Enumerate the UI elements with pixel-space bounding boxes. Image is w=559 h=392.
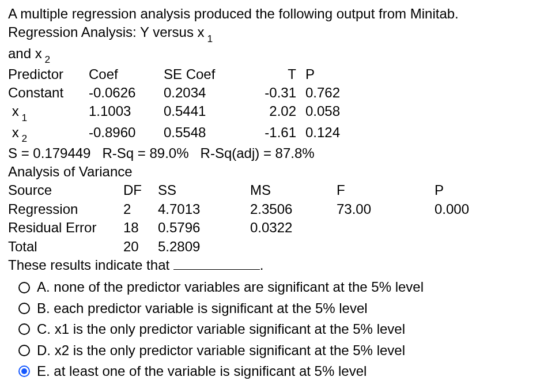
radio-icon[interactable] xyxy=(18,303,30,314)
cell: -0.8960 xyxy=(89,123,164,144)
sub-2: 2 xyxy=(45,54,51,65)
radio-icon[interactable] xyxy=(18,365,30,377)
model-stats: S = 0.179449 R-Sq = 89.0% R-Sq(adj) = 87… xyxy=(8,144,551,163)
cell: Regression xyxy=(8,200,123,218)
cell: -1.61 xyxy=(250,123,296,144)
anv-h-f: F xyxy=(337,181,435,199)
cell: -0.0626 xyxy=(89,84,164,102)
sub-1: 1 xyxy=(207,33,213,44)
option-e[interactable]: E. at least one of the variable is signi… xyxy=(8,361,551,382)
cell: 0.762 xyxy=(296,84,352,102)
predictor-row-x2: x 2 -0.8960 0.5548 -1.61 0.124 xyxy=(8,123,551,144)
pred-h-p: P xyxy=(296,65,352,84)
anv-h-df: DF xyxy=(123,181,158,199)
and-x-sub: 2 xyxy=(42,54,50,65)
regression-title: Regression Analysis: Y versus x 1 xyxy=(8,23,551,44)
stem-text: These results indicate that xyxy=(8,257,169,273)
predictor-header-row: Predictor Coef SE Coef T P xyxy=(8,65,551,84)
cell: 1.1003 xyxy=(89,102,164,123)
cell: 5.2809 xyxy=(158,238,250,256)
radio-icon[interactable] xyxy=(18,323,30,335)
intro-text: A multiple regression analysis produced … xyxy=(8,5,551,23)
cell: Total xyxy=(8,238,123,256)
options-group: A. none of the predictor variables are s… xyxy=(8,277,551,382)
cell: -0.31 xyxy=(250,84,296,102)
anova-row-residual: Residual Error 18 0.5796 0.0322 xyxy=(8,218,551,237)
cell: 0.058 xyxy=(296,102,352,123)
cell xyxy=(250,238,337,256)
anv-h-ms: MS xyxy=(250,181,337,199)
option-d[interactable]: D. x2 is the only predictor variable sig… xyxy=(8,340,551,361)
cell: Constant xyxy=(8,84,89,102)
radio-icon[interactable] xyxy=(18,345,30,356)
option-e-label: E. at least one of the variable is signi… xyxy=(37,362,367,380)
option-d-label: D. x2 is the only predictor variable sig… xyxy=(37,341,405,360)
anv-h-source: Source xyxy=(8,181,123,199)
cell: 4.7013 xyxy=(158,200,250,218)
anova-header-row: Source DF SS MS F P xyxy=(8,181,551,199)
sub: 1 xyxy=(21,112,27,123)
option-a[interactable]: A. none of the predictor variables are s… xyxy=(8,277,551,297)
regression-title-text: Regression Analysis: Y versus x xyxy=(8,24,205,40)
cell: 0.0322 xyxy=(250,218,337,237)
regression-title-sub: 1 xyxy=(205,33,213,44)
cell: x 1 xyxy=(8,102,89,123)
cell: 0.2034 xyxy=(164,84,250,102)
fill-blank xyxy=(173,257,260,270)
pred-h-t: T xyxy=(250,65,296,84)
cell: 73.00 xyxy=(337,200,435,218)
regression-title-cont: and x 2 xyxy=(8,44,551,65)
option-a-label: A. none of the predictor variables are s… xyxy=(37,278,424,296)
cell: Residual Error xyxy=(8,218,123,237)
cell: 2.02 xyxy=(250,102,296,123)
cell: 20 xyxy=(123,238,158,256)
cell: 0.5441 xyxy=(164,102,250,123)
radio-icon[interactable] xyxy=(18,282,30,293)
anova-row-regression: Regression 2 4.7013 2.3506 73.00 0.000 xyxy=(8,200,551,218)
cell xyxy=(435,238,492,256)
pred-h-predictor: Predictor xyxy=(8,65,89,84)
option-b[interactable]: B. each predictor variable is significan… xyxy=(8,298,551,319)
anv-h-p: P xyxy=(435,181,492,199)
option-b-label: B. each predictor variable is significan… xyxy=(37,299,368,318)
cell: x 2 xyxy=(8,123,89,144)
cell: 2 xyxy=(123,200,158,218)
anova-title: Analysis of Variance xyxy=(8,163,551,181)
cell xyxy=(337,218,435,237)
x-label: x xyxy=(12,103,19,119)
pred-h-coef: Coef xyxy=(89,65,164,84)
stem-period: . xyxy=(260,257,264,273)
cell xyxy=(435,218,492,237)
predictor-row-constant: Constant -0.0626 0.2034 -0.31 0.762 xyxy=(8,84,551,102)
cell: 18 xyxy=(123,218,158,237)
cell xyxy=(337,238,435,256)
option-c[interactable]: C. x1 is the only predictor variable sig… xyxy=(8,319,551,340)
cell: 0.124 xyxy=(296,123,352,144)
pred-h-secoef: SE Coef xyxy=(164,65,250,84)
cell: 0.000 xyxy=(435,200,492,218)
predictor-row-x1: x 1 1.1003 0.5441 2.02 0.058 xyxy=(8,102,551,123)
x-sub: 1 xyxy=(19,112,27,123)
cell: 0.5796 xyxy=(158,218,250,237)
anova-row-total: Total 20 5.2809 xyxy=(8,238,551,256)
option-c-label: C. x1 is the only predictor variable sig… xyxy=(37,320,405,338)
question-stem: These results indicate that . xyxy=(8,256,551,274)
x-label: x xyxy=(12,125,19,140)
cell: 0.5548 xyxy=(164,123,250,144)
x-sub: 2 xyxy=(19,133,27,144)
sub: 2 xyxy=(21,133,27,144)
anv-h-ss: SS xyxy=(158,181,250,199)
cell: 2.3506 xyxy=(250,200,337,218)
and-x: and x xyxy=(8,46,42,61)
